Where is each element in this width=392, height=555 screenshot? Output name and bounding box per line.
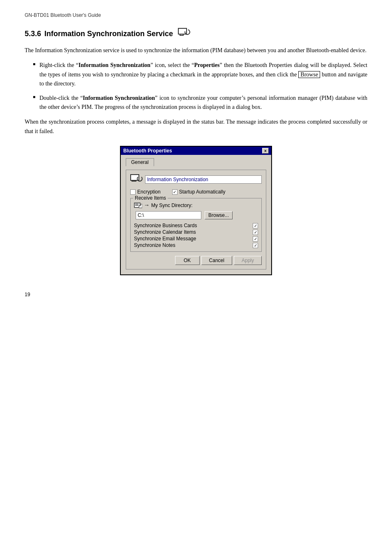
monitor-stand-icon	[180, 34, 184, 36]
monitor-stand-icon	[131, 180, 136, 182]
page-header: GN-BTD01 Bluetooth User's Guide	[25, 12, 367, 18]
encryption-label: Encryption	[137, 189, 161, 195]
ok-button[interactable]: OK	[175, 256, 200, 265]
path-input[interactable]	[136, 211, 201, 219]
sync-dialog-icon	[130, 174, 143, 185]
section-heading: 5.3.6 Information Synchronization Servic…	[25, 28, 367, 39]
encryption-checkbox[interactable]	[130, 189, 136, 195]
section-number: 5.3.6	[25, 30, 41, 38]
dialog-close-button[interactable]: ×	[262, 148, 269, 154]
encryption-checkbox-item[interactable]: Encryption	[130, 189, 161, 195]
cancel-button[interactable]: Cancel	[201, 256, 232, 265]
svg-rect-1	[135, 204, 138, 205]
browse-inline-reference: Browse	[298, 71, 320, 78]
bullet-item-1: Right-click the “Information Synchroniza…	[33, 61, 367, 88]
dialog-title: Bluetooth Properties	[123, 148, 172, 154]
checkbox-row-calendar: Synchronize Calendar Items	[134, 229, 258, 235]
sync-icon	[178, 28, 191, 39]
sync-dir-icon: →	[134, 202, 150, 209]
checkbox-row-email: Synchronize Email Message	[134, 236, 258, 242]
sync-circle-icon	[137, 176, 143, 182]
dialog-container: Bluetooth Properties × General	[25, 146, 367, 275]
startup-checkbox-item[interactable]: Startup Automatically	[172, 189, 226, 195]
bullet-item-2: Double-click the “Information Synchroniz…	[33, 94, 367, 112]
dialog-body: General Information Synchronization	[121, 155, 271, 274]
sync-checkboxes: Synchronize Business Cards Synchronize C…	[134, 223, 258, 248]
bullet-list: Right-click the “Information Synchroniza…	[25, 61, 367, 112]
section-title: Information Synchronization Service	[44, 30, 173, 38]
sync-dir-row: → My Sync Directory:	[134, 202, 258, 209]
business-cards-checkbox[interactable]	[253, 223, 258, 228]
checkbox-row-business-cards: Synchronize Business Cards	[134, 223, 258, 228]
dialog-icon-row: Information Synchronization	[130, 174, 262, 185]
browse-button[interactable]: Browse...	[205, 211, 233, 219]
dialog-titlebar: Bluetooth Properties ×	[121, 147, 271, 155]
path-row: Browse...	[136, 211, 258, 219]
dialog-tabs: General	[126, 158, 266, 166]
intro-text: The Information Synchronization service …	[25, 46, 367, 55]
checkbox-row-notes: Synchronize Notes	[134, 242, 258, 248]
bluetooth-properties-dialog: Bluetooth Properties × General	[120, 146, 272, 275]
service-name-field[interactable]: Information Synchronization	[145, 175, 262, 184]
tab-general[interactable]: General	[126, 158, 154, 166]
apply-button[interactable]: Apply	[234, 256, 262, 265]
closing-text: When the synchronization process complet…	[25, 117, 367, 136]
receive-items-group: Receive Items →	[130, 198, 262, 252]
startup-label: Startup Automatically	[179, 189, 226, 195]
email-checkbox[interactable]	[253, 236, 258, 242]
startup-checkbox[interactable]	[172, 189, 178, 195]
svg-rect-2	[135, 205, 138, 206]
options-row: Encryption Startup Automatically	[130, 189, 262, 195]
header-text: GN-BTD01 Bluetooth User's Guide	[25, 12, 101, 18]
page-number: 19	[25, 292, 367, 297]
notes-checkbox[interactable]	[253, 243, 258, 248]
group-legend: Receive Items	[133, 195, 168, 201]
sync-dir-label: My Sync Directory:	[151, 203, 193, 208]
calendar-checkbox[interactable]	[253, 230, 258, 235]
dialog-tab-content: Information Synchronization Encryption S…	[126, 170, 266, 269]
dialog-footer: OK Cancel Apply	[130, 256, 262, 265]
